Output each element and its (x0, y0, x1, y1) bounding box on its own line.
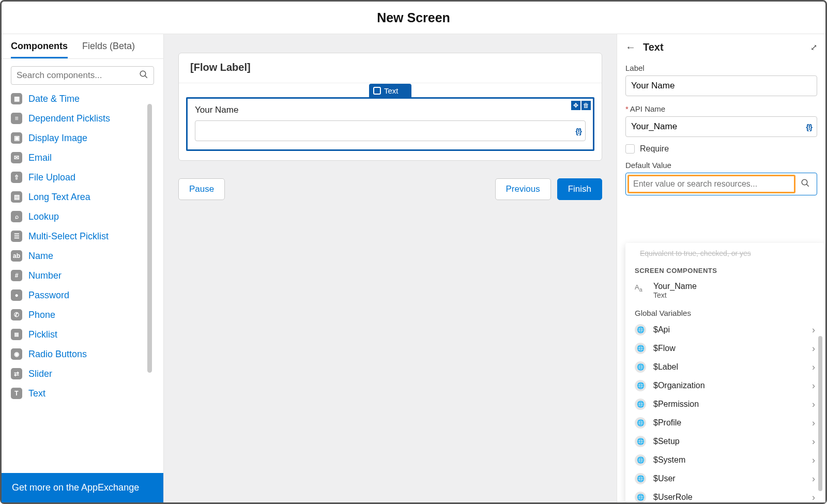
component-item[interactable]: ≡Dependent Picklists (11, 109, 159, 128)
component-item[interactable]: ●Password (11, 285, 159, 305)
chevron-right-icon: › (812, 343, 815, 354)
component-item[interactable]: ≣Picklist (11, 325, 159, 344)
component-item[interactable]: ✆Phone (11, 305, 159, 325)
modal-window: New Screen Components Fields (Beta) ▦Dat… (0, 0, 827, 504)
panel-title: Text (643, 41, 803, 53)
search-input[interactable] (17, 70, 139, 81)
api-name-label: *API Name (625, 104, 817, 113)
modal-content: Components Fields (Beta) ▦Date & Time ≡D… (2, 34, 825, 502)
globe-icon: 🌐 (635, 492, 646, 502)
component-item[interactable]: ◉Radio Buttons (11, 344, 159, 364)
dropdown-item-component[interactable]: Aa Your_Name Text (625, 279, 824, 304)
component-item[interactable]: ▤Long Text Area (11, 187, 159, 207)
back-arrow-icon[interactable]: ← (625, 41, 636, 53)
properties-panel: ← Text ⤢ Label *API Name {!} Require Def… (617, 34, 825, 502)
dropdown-item-global[interactable]: 🌐$Profile› (625, 414, 824, 432)
default-value-input[interactable] (625, 173, 817, 195)
search-icon[interactable] (795, 178, 815, 190)
pause-button[interactable]: Pause (178, 178, 225, 200)
globe-icon: 🌐 (635, 473, 646, 484)
tab-fields[interactable]: Fields (Beta) (82, 41, 135, 58)
move-handle-icon[interactable]: ✥ (571, 101, 580, 110)
default-value-label: Default Value (625, 161, 817, 170)
screen-card: [Flow Label] Text ✥ 🗑 Your Name {!} (178, 53, 602, 161)
picklist-icon: ≡ (11, 113, 22, 124)
screen-canvas: [Flow Label] Text ✥ 🗑 Your Name {!} (164, 34, 617, 502)
sidebar-tabs: Components Fields (Beta) (2, 34, 163, 59)
multi-picklist-icon: ☰ (11, 231, 22, 242)
component-item[interactable]: ☰Multi-Select Picklist (11, 226, 159, 246)
chevron-right-icon: › (812, 325, 815, 335)
modal-title: New Screen (2, 2, 825, 34)
dropdown-hint: Equivalent to true, checked, or yes (625, 243, 824, 261)
dropdown-item-global[interactable]: 🌐$Permission› (625, 395, 824, 414)
dropdown-item-global[interactable]: 🌐$UserRole› (625, 488, 824, 502)
chevron-right-icon: › (812, 436, 815, 447)
dropdown-item-global[interactable]: 🌐$Flow› (625, 339, 824, 358)
calendar-clock-icon: ▦ (11, 93, 22, 104)
api-name-input[interactable]: {!} (625, 116, 817, 137)
globe-icon: 🌐 (635, 361, 646, 373)
field-input-preview[interactable]: {!} (195, 120, 586, 141)
svg-point-0 (140, 71, 146, 77)
radio-icon: ◉ (11, 348, 22, 360)
globe-icon: 🌐 (635, 417, 646, 429)
text-icon (373, 87, 381, 95)
merge-field-icon[interactable]: {!} (806, 123, 811, 131)
tab-components[interactable]: Components (11, 41, 68, 58)
component-item[interactable]: abName (11, 246, 159, 266)
flow-label: [Flow Label] (179, 53, 602, 83)
chevron-right-icon: › (812, 455, 815, 466)
slider-icon: ⇄ (11, 368, 22, 379)
picklist-icon: ≣ (11, 329, 22, 340)
label-input[interactable] (625, 75, 817, 96)
dropdown-item-global[interactable]: 🌐$System› (625, 451, 824, 469)
chevron-right-icon: › (812, 399, 815, 410)
dropdown-item-global[interactable]: 🌐$Api› (625, 320, 824, 339)
dropdown-item-global[interactable]: 🌐$User› (625, 469, 824, 488)
dropdown-scrollbar[interactable] (818, 336, 822, 491)
name-icon: ab (11, 250, 22, 262)
component-item[interactable]: #Number (11, 266, 159, 285)
upload-icon: ⇧ (11, 172, 22, 183)
chevron-right-icon: › (812, 492, 815, 503)
search-components[interactable] (11, 66, 154, 85)
globe-icon: 🌐 (635, 324, 646, 335)
dropdown-item-global[interactable]: 🌐$Organization› (625, 376, 824, 395)
merge-field-icon[interactable]: {!} (575, 127, 581, 135)
password-icon: ● (11, 289, 22, 301)
resource-dropdown: Equivalent to true, checked, or yes SCRE… (625, 243, 824, 502)
component-item[interactable]: ⇄Slider (11, 364, 159, 384)
delete-icon[interactable]: 🗑 (581, 101, 591, 110)
finish-button[interactable]: Finish (557, 178, 602, 200)
component-item[interactable]: ▣Display Image (11, 128, 159, 148)
globe-icon: 🌐 (635, 399, 646, 410)
component-item[interactable]: TText (11, 384, 159, 403)
component-item[interactable]: ⌕Lookup (11, 207, 159, 226)
dropdown-item-global[interactable]: 🌐$Setup› (625, 432, 824, 451)
chevron-right-icon: › (812, 380, 815, 391)
api-name-field[interactable] (631, 121, 806, 132)
sidebar-scrollbar[interactable] (147, 104, 152, 373)
component-item[interactable]: ▦Date & Time (11, 89, 159, 109)
require-checkbox[interactable] (625, 144, 635, 154)
email-icon: ✉ (11, 152, 22, 163)
previous-button[interactable]: Previous (495, 178, 551, 200)
modal-title-text: New Screen (377, 10, 450, 25)
dropdown-section-screen: SCREEN COMPONENTS (625, 261, 824, 279)
require-checkbox-row[interactable]: Require (625, 144, 817, 154)
component-item[interactable]: ✉Email (11, 148, 159, 167)
component-item[interactable]: ⇧File Upload (11, 167, 159, 187)
selected-component[interactable]: ✥ 🗑 Your Name {!} (186, 97, 594, 151)
default-value-field[interactable] (633, 179, 790, 189)
long-text-icon: ▤ (11, 191, 22, 203)
component-type-chip: Text (369, 84, 411, 98)
label-input-field[interactable] (631, 81, 811, 91)
appexchange-link[interactable]: Get more on the AppExchange (2, 473, 163, 502)
globe-icon: 🌐 (635, 380, 646, 391)
field-label: Your Name (195, 105, 586, 115)
dropdown-item-global[interactable]: 🌐$Label› (625, 358, 824, 376)
screen-footer: Pause Previous Finish (178, 178, 602, 200)
phone-icon: ✆ (11, 309, 22, 320)
expand-icon[interactable]: ⤢ (810, 42, 817, 52)
